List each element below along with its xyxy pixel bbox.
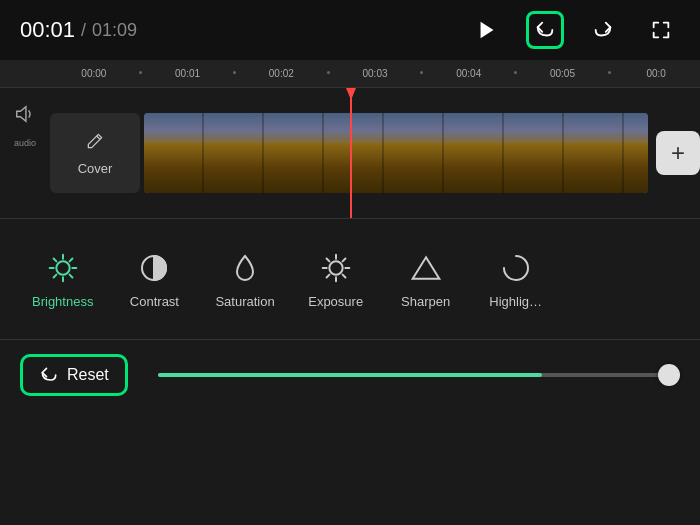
bottom-bar: Reset <box>0 340 700 410</box>
effect-brightness-label: Brightness <box>32 294 93 309</box>
contrast-icon <box>136 250 172 286</box>
reset-label: Reset <box>67 366 109 384</box>
add-clip-button[interactable]: + <box>656 131 700 175</box>
svg-point-2 <box>56 261 69 274</box>
ruler-dot <box>139 71 142 74</box>
svg-line-20 <box>326 274 329 277</box>
edit-icon <box>85 131 105 155</box>
ruler-mark-1: 00:01 <box>148 68 228 79</box>
svg-line-21 <box>342 258 345 261</box>
effect-highlights-label: Highlig… <box>489 294 542 309</box>
ruler-dot <box>327 71 330 74</box>
effect-saturation-label: Saturation <box>215 294 274 309</box>
ruler-mark-5: 00:05 <box>523 68 603 79</box>
speaker-icon <box>14 103 36 125</box>
ruler-mark-3: 00:03 <box>335 68 415 79</box>
audio-icon-button[interactable] <box>9 98 41 130</box>
brightness-icon <box>45 250 81 286</box>
svg-line-18 <box>326 258 329 261</box>
svg-marker-1 <box>17 107 26 122</box>
playhead <box>350 88 352 218</box>
play-icon <box>476 19 498 41</box>
undo-button[interactable] <box>526 11 564 49</box>
svg-line-7 <box>53 258 56 261</box>
audio-label: audio <box>14 138 36 149</box>
cover-clip[interactable]: Cover <box>50 113 140 193</box>
saturation-icon <box>227 250 263 286</box>
time-current: 00:01 <box>20 17 75 43</box>
reset-button[interactable]: Reset <box>20 354 128 396</box>
sharpen-icon <box>408 250 444 286</box>
ruler-mark-6: 00:0 <box>616 68 696 79</box>
fullscreen-button[interactable] <box>642 11 680 49</box>
timeline-ruler: 00:00 00:01 00:02 00:03 00:04 00:05 <box>0 60 700 88</box>
brightness-slider-fill <box>158 373 542 377</box>
header-controls <box>468 11 680 49</box>
effect-exposure-label: Exposure <box>308 294 363 309</box>
brightness-slider-container <box>148 373 680 377</box>
video-strip[interactable] <box>144 113 648 193</box>
effects-bar: Brightness Contrast Saturation <box>0 219 700 339</box>
effect-contrast[interactable]: Contrast <box>109 242 199 317</box>
ruler-mark-0: 00:00 <box>54 68 134 79</box>
ruler-dot <box>608 71 611 74</box>
fullscreen-icon <box>650 19 672 41</box>
effect-brightness[interactable]: Brightness <box>16 242 109 317</box>
svg-line-9 <box>53 274 56 277</box>
svg-marker-0 <box>481 22 494 39</box>
effect-highlights[interactable]: Highlig… <box>471 242 561 317</box>
svg-line-19 <box>342 274 345 277</box>
svg-line-8 <box>69 274 72 277</box>
ruler-mark-4: 00:04 <box>429 68 509 79</box>
svg-point-13 <box>329 261 342 274</box>
ruler-dot <box>514 71 517 74</box>
undo-icon <box>534 19 556 41</box>
brightness-slider-thumb[interactable] <box>658 364 680 386</box>
ruler-dot <box>233 71 236 74</box>
effect-contrast-label: Contrast <box>130 294 179 309</box>
time-display: 00:01 / 01:09 <box>20 17 137 43</box>
reset-icon <box>39 365 59 385</box>
effect-exposure[interactable]: Exposure <box>291 242 381 317</box>
exposure-icon <box>318 250 354 286</box>
track-area: Cover + <box>50 88 700 218</box>
ruler-mark-2: 00:02 <box>241 68 321 79</box>
redo-icon <box>592 19 614 41</box>
brightness-slider-track[interactable] <box>158 373 670 377</box>
header-bar: 00:01 / 01:09 <box>0 0 700 60</box>
timeline-area: audio Cover + <box>0 88 700 218</box>
redo-button[interactable] <box>584 11 622 49</box>
ruler-dot <box>420 71 423 74</box>
highlights-icon <box>498 250 534 286</box>
time-separator: / <box>81 20 86 41</box>
effect-saturation[interactable]: Saturation <box>199 242 290 317</box>
svg-marker-22 <box>412 257 439 278</box>
timeline-sidebar: audio <box>0 88 50 218</box>
effect-sharpen-label: Sharpen <box>401 294 450 309</box>
effect-sharpen[interactable]: Sharpen <box>381 242 471 317</box>
cover-clip-label: Cover <box>78 161 113 176</box>
play-button[interactable] <box>468 11 506 49</box>
svg-line-10 <box>69 258 72 261</box>
time-total: 01:09 <box>92 20 137 41</box>
